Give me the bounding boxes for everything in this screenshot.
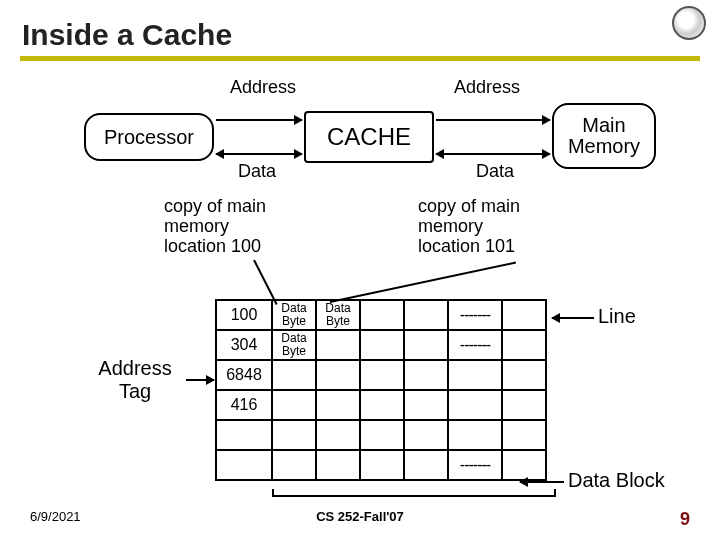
caption-loc-100: copy of main memory location 100 bbox=[164, 197, 266, 256]
data-byte-cell: Data Byte bbox=[272, 300, 316, 330]
caption-loc-101: copy of main memory location 101 bbox=[418, 197, 520, 256]
tag-cell: 304 bbox=[216, 330, 272, 360]
arrow-proc-cache-data bbox=[216, 153, 302, 155]
empty-cell bbox=[502, 300, 546, 330]
empty-cell bbox=[360, 300, 404, 330]
page-title: Inside a Cache bbox=[22, 18, 700, 52]
arrow-cache-mem-data bbox=[436, 153, 550, 155]
tag-cell: 6848 bbox=[216, 360, 272, 390]
data-byte-cell: Data Byte bbox=[316, 300, 360, 330]
arrow-proc-to-cache-addr bbox=[216, 119, 302, 121]
cache-table: 100 Data Byte Data Byte ------- 304 Data… bbox=[215, 299, 547, 481]
label-address-left: Address bbox=[230, 77, 296, 98]
node-cache: CACHE bbox=[304, 111, 434, 163]
tag-cell: 100 bbox=[216, 300, 272, 330]
tag-cell: 416 bbox=[216, 390, 272, 420]
node-processor: Processor bbox=[84, 113, 214, 161]
label-data-left: Data bbox=[238, 161, 276, 182]
label-data-right: Data bbox=[476, 161, 514, 182]
dash-cell: ------- bbox=[448, 330, 502, 360]
label-data-block: Data Block bbox=[568, 469, 665, 492]
label-address-tag: Address Tag bbox=[80, 357, 190, 403]
node-main-memory: Main Memory bbox=[552, 103, 656, 169]
data-byte-cell: Data Byte bbox=[272, 330, 316, 360]
label-address-right: Address bbox=[454, 77, 520, 98]
cache-diagram: Address Address Processor CACHE Main Mem… bbox=[20, 71, 700, 501]
university-seal-icon bbox=[672, 6, 706, 40]
footer-course: CS 252-Fall'07 bbox=[0, 509, 720, 524]
arrow-data-block bbox=[520, 481, 564, 483]
dash-cell: ------- bbox=[448, 450, 502, 480]
callout-line-right bbox=[330, 262, 516, 303]
label-line: Line bbox=[598, 305, 636, 328]
title-underline bbox=[20, 56, 700, 61]
brace-data-block bbox=[274, 495, 554, 497]
arrow-address-tag bbox=[186, 379, 214, 381]
empty-cell bbox=[404, 300, 448, 330]
arrow-line bbox=[552, 317, 594, 319]
slide-footer: 6/9/2021 CS 252-Fall'07 9 bbox=[0, 509, 720, 530]
dash-cell: ------- bbox=[448, 300, 502, 330]
arrow-cache-to-mem-addr bbox=[436, 119, 550, 121]
